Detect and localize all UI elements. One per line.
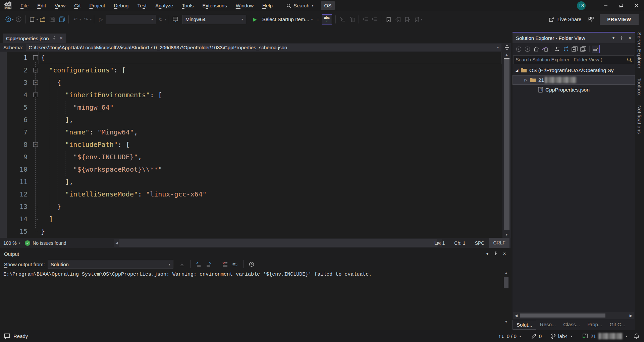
se-horizontal-scrollbar[interactable]: ◀ ▶ <box>513 312 634 319</box>
output-log-area[interactable]: E:\Program\BUAA\Operating System\OS\CppP… <box>0 270 511 330</box>
next-message-icon[interactable] <box>205 260 213 268</box>
code-line-14[interactable]: ] <box>41 213 53 225</box>
scrollbar-track[interactable] <box>119 239 437 247</box>
editor-horizontal-scrollbar[interactable]: ◀ ▶ <box>114 239 442 247</box>
scroll-up-icon[interactable]: ▲ <box>502 52 511 58</box>
output-close-icon[interactable]: ✕ <box>503 251 506 256</box>
show-all-files-icon[interactable] <box>579 45 587 53</box>
menu-item-view[interactable]: View <box>50 0 70 11</box>
scroll-right-icon[interactable]: ▶ <box>628 314 634 318</box>
code-line-15[interactable]: } <box>41 225 45 238</box>
next-bookmark-icon[interactable] <box>404 15 412 23</box>
open-folder-icon[interactable] <box>39 15 47 23</box>
fold-collapse-icon[interactable]: − <box>33 80 38 85</box>
cursor-line-indicator[interactable]: Ln: 1 <box>430 240 449 246</box>
code-line-5[interactable]: "mingw_64" <box>41 101 114 114</box>
solution-name-badge[interactable]: OS <box>321 1 335 10</box>
configuration-combo[interactable]: Mingw64 ▾ <box>182 15 246 24</box>
breakpoint-margin[interactable] <box>0 52 7 238</box>
scroll-down-icon[interactable]: ▼ <box>502 319 510 325</box>
notifications-bell-icon[interactable] <box>634 333 639 339</box>
side-tab-toolbox[interactable]: Toolbox <box>635 73 644 100</box>
collapse-all-icon[interactable] <box>571 45 579 53</box>
fold-collapse-icon[interactable]: − <box>33 55 38 60</box>
start-debug-icon[interactable]: ▷ <box>97 15 105 23</box>
tree-item-2[interactable]: {}CppProperties.json <box>513 85 635 95</box>
increase-indent-icon[interactable] <box>371 15 379 23</box>
debug-target-combo[interactable]: ▾ <box>106 15 156 24</box>
solution-explorer-search-input[interactable]: Search Solution Explorer - Folder View ( <box>513 55 634 64</box>
issues-status[interactable]: No issues found <box>33 240 66 246</box>
output-source-combo[interactable]: Solution ▾ <box>48 260 173 269</box>
clear-bookmarks-icon[interactable] <box>413 15 421 23</box>
code-folding-column[interactable]: −−−−− <box>32 52 40 238</box>
menu-item-help[interactable]: Help <box>258 0 277 11</box>
clear-all-output-icon[interactable] <box>221 260 229 268</box>
pin-tab-icon[interactable] <box>52 36 56 40</box>
schema-path-combo[interactable]: C:\Users\Tony\AppData\Local\Microsoft\Vi… <box>26 44 501 51</box>
user-avatar[interactable]: TS <box>577 1 586 10</box>
tool-window-tab-4[interactable]: Git C... <box>606 320 629 329</box>
scrollbar-thumb[interactable] <box>504 58 509 230</box>
sync-with-active-document-icon[interactable] <box>553 45 561 53</box>
search-box[interactable]: Search ▾ <box>286 3 314 8</box>
decrease-indent-icon[interactable] <box>362 15 370 23</box>
menu-item-file[interactable]: File <box>16 0 33 11</box>
previous-bookmark-icon[interactable] <box>394 15 402 23</box>
code-line-10[interactable]: "${workspaceRoot}\\**" <box>41 163 162 176</box>
panel-close-icon[interactable]: ✕ <box>628 36 632 40</box>
code-editor[interactable]: 123456789101112131415 −−−−− { "configura… <box>0 52 511 238</box>
menu-item-edit[interactable]: Edit <box>33 0 50 11</box>
fold-collapse-icon[interactable]: − <box>33 68 38 72</box>
git-branch-selector[interactable]: lab4 ▲ <box>548 330 576 342</box>
run-refresh-icon[interactable]: ↻ <box>157 15 165 23</box>
code-line-3[interactable]: { <box>41 76 61 89</box>
go-to-matching-brace-icon[interactable] <box>338 15 346 23</box>
scroll-down-icon[interactable]: ▼ <box>502 232 511 238</box>
se-back-icon[interactable] <box>515 45 523 53</box>
editor-vertical-scrollbar[interactable]: ▲ ▼ <box>502 52 511 238</box>
scrollbar-thumb[interactable] <box>504 277 508 288</box>
save-all-icon[interactable] <box>58 15 66 23</box>
code-line-13[interactable]: } <box>41 201 61 213</box>
output-pin-icon[interactable] <box>494 251 497 256</box>
tool-window-tab-1[interactable]: Reso... <box>536 320 560 329</box>
code-line-4[interactable]: "inheritEnvironments": [ <box>41 89 162 101</box>
tool-window-tab-2[interactable]: Class... <box>559 320 584 329</box>
tab-cppproperties-json[interactable]: CppProperties.json ✕ <box>3 34 66 43</box>
code-text-area[interactable]: { "configurations": [ { "inheritEnvironm… <box>40 52 502 238</box>
solution-explorer-header[interactable]: Solution Explorer - Folder View ▾ ✕ <box>513 33 635 43</box>
fold-collapse-icon[interactable]: − <box>33 142 38 147</box>
code-line-9[interactable]: "${env.INCLUDE}", <box>41 151 142 163</box>
undo-icon[interactable]: ↶ <box>71 15 79 23</box>
undo-caret-icon[interactable]: ▾ <box>79 18 81 21</box>
zoom-caret-icon[interactable]: ▾ <box>19 241 20 245</box>
expander-collapsed-icon[interactable]: ▷ <box>524 78 528 82</box>
history-clock-icon[interactable] <box>248 260 256 268</box>
run-refresh-caret-icon[interactable]: ▾ <box>165 18 166 21</box>
live-share-button[interactable]: Live Share <box>549 16 582 22</box>
minimize-button[interactable] <box>598 0 613 11</box>
navigate-back-caret-icon[interactable]: ▾ <box>12 18 14 21</box>
tool-window-tab-3[interactable]: Prop... <box>584 320 606 329</box>
expander-expanded-icon[interactable]: ◢ <box>515 68 519 72</box>
menu-item-tools[interactable]: Tools <box>177 0 198 11</box>
split-window-icon[interactable] <box>503 44 511 51</box>
toolbar-overflow-icon[interactable]: ▾ <box>421 18 423 21</box>
save-icon[interactable] <box>48 15 56 23</box>
panel-pin-icon[interactable] <box>620 36 623 40</box>
menu-item-project[interactable]: Project <box>85 0 109 11</box>
menu-item-git[interactable]: Git <box>70 0 85 11</box>
scrollbar-thumb[interactable] <box>520 314 605 318</box>
keep-output-icon[interactable] <box>178 260 186 268</box>
menu-item-window[interactable]: Window <box>231 0 258 11</box>
pending-changes[interactable]: 0 <box>528 330 545 342</box>
maximize-button[interactable] <box>613 0 629 11</box>
feedback-icon[interactable] <box>587 16 594 22</box>
code-line-12[interactable]: "intelliSenseMode": "linux-gcc-x64" <box>41 188 207 201</box>
se-forward-icon[interactable] <box>523 45 531 53</box>
navigate-forward-icon[interactable] <box>15 15 23 23</box>
select-startup-item-button[interactable]: ▶ Select Startup Item... ▾ <box>248 15 315 23</box>
toggle-bookmark-icon[interactable] <box>385 15 393 23</box>
side-tab-server-explorer[interactable]: Server Explorer <box>635 27 644 73</box>
